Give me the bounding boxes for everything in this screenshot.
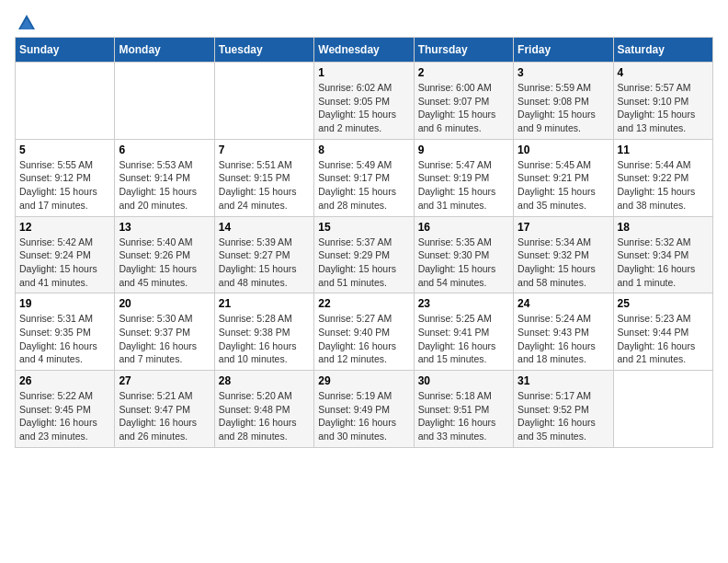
day-number: 25 bbox=[618, 297, 709, 310]
day-number: 8 bbox=[318, 144, 409, 156]
day-info: Sunrise: 6:00 AM Sunset: 9:07 PM Dayligh… bbox=[418, 81, 509, 135]
day-number: 11 bbox=[618, 144, 709, 156]
calendar-cell: 5Sunrise: 5:55 AM Sunset: 9:12 PM Daylig… bbox=[16, 139, 115, 216]
calendar-cell: 14Sunrise: 5:39 AM Sunset: 9:27 PM Dayli… bbox=[214, 216, 313, 293]
calendar-cell: 2Sunrise: 6:00 AM Sunset: 9:07 PM Daylig… bbox=[414, 63, 513, 140]
col-header-saturday: Saturday bbox=[613, 38, 712, 63]
day-info: Sunrise: 5:20 AM Sunset: 9:48 PM Dayligh… bbox=[219, 389, 310, 443]
day-info: Sunrise: 5:49 AM Sunset: 9:17 PM Dayligh… bbox=[318, 158, 409, 213]
day-number: 23 bbox=[418, 297, 509, 310]
day-info: Sunrise: 5:25 AM Sunset: 9:41 PM Dayligh… bbox=[418, 312, 509, 366]
day-number: 12 bbox=[19, 221, 110, 234]
day-number: 10 bbox=[518, 144, 609, 156]
day-number: 6 bbox=[119, 144, 210, 156]
day-number: 30 bbox=[418, 374, 509, 387]
calendar-cell: 23Sunrise: 5:25 AM Sunset: 9:41 PM Dayli… bbox=[414, 293, 513, 371]
calendar-cell bbox=[613, 371, 712, 448]
day-info: Sunrise: 5:59 AM Sunset: 9:08 PM Dayligh… bbox=[518, 81, 609, 135]
calendar-cell: 22Sunrise: 5:27 AM Sunset: 9:40 PM Dayli… bbox=[314, 293, 414, 371]
calendar-cell: 9Sunrise: 5:47 AM Sunset: 9:19 PM Daylig… bbox=[414, 139, 513, 216]
day-number: 17 bbox=[518, 221, 609, 234]
col-header-friday: Friday bbox=[514, 38, 613, 63]
page-header bbox=[15, 15, 713, 29]
day-number: 13 bbox=[119, 221, 210, 234]
day-info: Sunrise: 5:19 AM Sunset: 9:49 PM Dayligh… bbox=[318, 389, 409, 443]
week-row-3: 12Sunrise: 5:42 AM Sunset: 9:24 PM Dayli… bbox=[16, 216, 713, 293]
day-number: 26 bbox=[19, 374, 110, 387]
calendar-cell bbox=[16, 63, 115, 140]
calendar-cell: 31Sunrise: 5:17 AM Sunset: 9:52 PM Dayli… bbox=[514, 371, 613, 448]
calendar-cell: 30Sunrise: 5:18 AM Sunset: 9:51 PM Dayli… bbox=[414, 371, 513, 448]
calendar-cell: 1Sunrise: 6:02 AM Sunset: 9:05 PM Daylig… bbox=[314, 63, 414, 140]
day-number: 15 bbox=[318, 221, 409, 234]
day-number: 7 bbox=[219, 144, 310, 156]
calendar-cell: 8Sunrise: 5:49 AM Sunset: 9:17 PM Daylig… bbox=[314, 139, 414, 216]
week-row-4: 19Sunrise: 5:31 AM Sunset: 9:35 PM Dayli… bbox=[16, 293, 713, 371]
day-info: Sunrise: 5:18 AM Sunset: 9:51 PM Dayligh… bbox=[418, 389, 509, 443]
week-row-5: 26Sunrise: 5:22 AM Sunset: 9:45 PM Dayli… bbox=[16, 371, 713, 448]
col-header-thursday: Thursday bbox=[414, 38, 513, 63]
calendar-cell: 7Sunrise: 5:51 AM Sunset: 9:15 PM Daylig… bbox=[214, 139, 313, 216]
calendar-cell: 11Sunrise: 5:44 AM Sunset: 9:22 PM Dayli… bbox=[613, 139, 712, 216]
day-info: Sunrise: 5:57 AM Sunset: 9:10 PM Dayligh… bbox=[618, 81, 709, 135]
day-info: Sunrise: 5:39 AM Sunset: 9:27 PM Dayligh… bbox=[219, 236, 310, 290]
day-number: 22 bbox=[318, 297, 409, 310]
calendar-cell: 29Sunrise: 5:19 AM Sunset: 9:49 PM Dayli… bbox=[314, 371, 414, 448]
day-number: 9 bbox=[418, 144, 509, 156]
day-info: Sunrise: 5:32 AM Sunset: 9:34 PM Dayligh… bbox=[618, 236, 709, 290]
day-info: Sunrise: 5:55 AM Sunset: 9:12 PM Dayligh… bbox=[19, 158, 110, 213]
day-number: 2 bbox=[418, 66, 509, 79]
col-header-tuesday: Tuesday bbox=[214, 38, 313, 63]
day-info: Sunrise: 5:42 AM Sunset: 9:24 PM Dayligh… bbox=[19, 236, 110, 290]
day-info: Sunrise: 5:40 AM Sunset: 9:26 PM Dayligh… bbox=[119, 236, 210, 290]
calendar-cell: 27Sunrise: 5:21 AM Sunset: 9:47 PM Dayli… bbox=[115, 371, 214, 448]
day-number: 18 bbox=[618, 221, 709, 234]
day-number: 4 bbox=[618, 66, 709, 79]
calendar-cell: 24Sunrise: 5:24 AM Sunset: 9:43 PM Dayli… bbox=[514, 293, 613, 371]
calendar-cell: 25Sunrise: 5:23 AM Sunset: 9:44 PM Dayli… bbox=[613, 293, 712, 371]
day-info: Sunrise: 5:30 AM Sunset: 9:37 PM Dayligh… bbox=[119, 312, 210, 366]
calendar-cell: 16Sunrise: 5:35 AM Sunset: 9:30 PM Dayli… bbox=[414, 216, 513, 293]
calendar-cell: 6Sunrise: 5:53 AM Sunset: 9:14 PM Daylig… bbox=[115, 139, 214, 216]
col-header-wednesday: Wednesday bbox=[314, 38, 414, 63]
day-info: Sunrise: 5:23 AM Sunset: 9:44 PM Dayligh… bbox=[618, 312, 709, 366]
calendar-table: SundayMondayTuesdayWednesdayThursdayFrid… bbox=[15, 37, 713, 448]
col-header-sunday: Sunday bbox=[16, 38, 115, 63]
day-number: 19 bbox=[19, 297, 110, 310]
day-number: 29 bbox=[318, 374, 409, 387]
day-number: 16 bbox=[418, 221, 509, 234]
calendar-cell: 15Sunrise: 5:37 AM Sunset: 9:29 PM Dayli… bbox=[314, 216, 414, 293]
calendar-cell: 13Sunrise: 5:40 AM Sunset: 9:26 PM Dayli… bbox=[115, 216, 214, 293]
day-number: 1 bbox=[318, 66, 409, 79]
calendar-cell: 26Sunrise: 5:22 AM Sunset: 9:45 PM Dayli… bbox=[16, 371, 115, 448]
day-number: 28 bbox=[219, 374, 310, 387]
col-header-monday: Monday bbox=[115, 38, 214, 63]
day-info: Sunrise: 5:45 AM Sunset: 9:21 PM Dayligh… bbox=[518, 158, 609, 213]
logo-icon bbox=[17, 13, 37, 33]
day-number: 21 bbox=[219, 297, 310, 310]
calendar-cell: 17Sunrise: 5:34 AM Sunset: 9:32 PM Dayli… bbox=[514, 216, 613, 293]
day-info: Sunrise: 5:47 AM Sunset: 9:19 PM Dayligh… bbox=[418, 158, 509, 213]
calendar-cell: 10Sunrise: 5:45 AM Sunset: 9:21 PM Dayli… bbox=[514, 139, 613, 216]
day-info: Sunrise: 5:37 AM Sunset: 9:29 PM Dayligh… bbox=[318, 236, 409, 290]
calendar-cell: 20Sunrise: 5:30 AM Sunset: 9:37 PM Dayli… bbox=[115, 293, 214, 371]
day-number: 20 bbox=[119, 297, 210, 310]
day-info: Sunrise: 5:21 AM Sunset: 9:47 PM Dayligh… bbox=[119, 389, 210, 443]
day-info: Sunrise: 5:27 AM Sunset: 9:40 PM Dayligh… bbox=[318, 312, 409, 366]
day-info: Sunrise: 5:24 AM Sunset: 9:43 PM Dayligh… bbox=[518, 312, 609, 366]
day-info: Sunrise: 5:53 AM Sunset: 9:14 PM Dayligh… bbox=[119, 158, 210, 213]
calendar-cell: 3Sunrise: 5:59 AM Sunset: 9:08 PM Daylig… bbox=[514, 63, 613, 140]
calendar-cell: 28Sunrise: 5:20 AM Sunset: 9:48 PM Dayli… bbox=[214, 371, 313, 448]
calendar-header-row: SundayMondayTuesdayWednesdayThursdayFrid… bbox=[16, 38, 713, 63]
day-number: 14 bbox=[219, 221, 310, 234]
day-info: Sunrise: 5:35 AM Sunset: 9:30 PM Dayligh… bbox=[418, 236, 509, 290]
calendar-cell: 19Sunrise: 5:31 AM Sunset: 9:35 PM Dayli… bbox=[16, 293, 115, 371]
day-number: 27 bbox=[119, 374, 210, 387]
calendar-cell: 4Sunrise: 5:57 AM Sunset: 9:10 PM Daylig… bbox=[613, 63, 712, 140]
week-row-2: 5Sunrise: 5:55 AM Sunset: 9:12 PM Daylig… bbox=[16, 139, 713, 216]
day-info: Sunrise: 5:34 AM Sunset: 9:32 PM Dayligh… bbox=[518, 236, 609, 290]
day-number: 5 bbox=[19, 144, 110, 156]
day-info: Sunrise: 5:44 AM Sunset: 9:22 PM Dayligh… bbox=[618, 158, 709, 213]
day-info: Sunrise: 5:28 AM Sunset: 9:38 PM Dayligh… bbox=[219, 312, 310, 366]
day-info: Sunrise: 6:02 AM Sunset: 9:05 PM Dayligh… bbox=[318, 81, 409, 135]
